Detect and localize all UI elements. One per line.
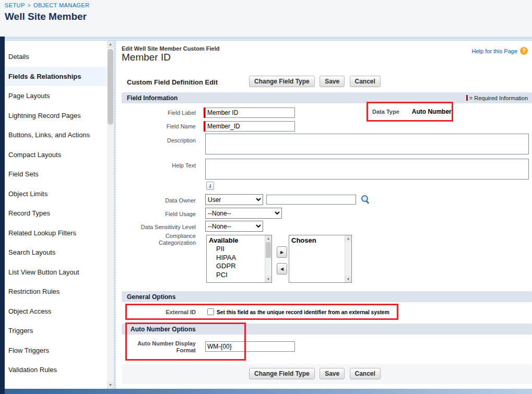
sidebar-scrollbar[interactable]: ▲ ▼ bbox=[107, 41, 114, 389]
auto-number-label-line1: Auto Number Display bbox=[122, 340, 196, 347]
move-right-icon[interactable]: ▶ bbox=[277, 246, 287, 258]
compliance-label-line1: Compliance bbox=[122, 233, 196, 240]
bottom-border-strip bbox=[5, 389, 532, 394]
save-button-bottom[interactable]: Save bbox=[320, 368, 345, 379]
sidebar-item-lightning-record-pages[interactable]: Lightning Record Pages bbox=[5, 106, 107, 126]
compliance-label-line2: Categorization bbox=[122, 240, 196, 246]
chosen-scrollbar[interactable]: ▲ ▼ bbox=[345, 235, 351, 282]
data-sensitivity-label: Data Sensitivity Level bbox=[122, 224, 196, 231]
scroll-down-icon[interactable]: ▼ bbox=[345, 276, 351, 282]
help-text-textarea[interactable] bbox=[205, 159, 529, 180]
form-title: Custom Field Definition Edit bbox=[127, 78, 218, 86]
external-id-text: Set this field as the unique record iden… bbox=[217, 309, 389, 315]
sidebar-item-page-layouts[interactable]: Page Layouts bbox=[5, 86, 107, 106]
sidebar-item-object-limits[interactable]: Object Limits bbox=[5, 184, 107, 204]
sidebar-item-restriction-rules[interactable]: Restriction Rules bbox=[5, 282, 107, 302]
auto-number-display-format-field bbox=[205, 341, 295, 352]
compliance-available-listbox[interactable]: Available PII HIPAA GDPR PCI ▲ ▼ bbox=[206, 235, 272, 283]
scroll-up-icon[interactable]: ▲ bbox=[265, 235, 271, 242]
chosen-header: Chosen bbox=[289, 235, 351, 245]
scroll-up-icon[interactable]: ▲ bbox=[107, 41, 114, 48]
data-owner-label: Data Owner bbox=[122, 197, 196, 204]
breadcrumb-separator: > bbox=[28, 3, 31, 8]
page-type-label: Edit Well Site Member Custom Field bbox=[122, 45, 219, 52]
move-left-icon[interactable]: ◀ bbox=[277, 263, 287, 274]
required-info-legend: = Required Information bbox=[466, 95, 528, 101]
compliance-chosen-listbox[interactable]: Chosen ▲ ▼ bbox=[289, 235, 352, 283]
breadcrumb: SETUP>OBJECT MANAGER bbox=[5, 2, 532, 8]
object-title: Well Site Member bbox=[5, 11, 532, 22]
cancel-button-bottom[interactable]: Cancel bbox=[350, 368, 381, 379]
required-legend-text: = Required Information bbox=[469, 95, 528, 101]
description-textarea[interactable] bbox=[205, 134, 529, 154]
sidebar-item-flow-triggers[interactable]: Flow Triggers bbox=[5, 341, 107, 361]
left-border-strip bbox=[0, 37, 5, 394]
sidebar-item-related-lookup-filters[interactable]: Related Lookup Filters bbox=[5, 223, 107, 243]
help-text-label: Help Text bbox=[122, 162, 196, 169]
data-type-annotation-box: Data Type Auto Number bbox=[367, 102, 453, 122]
auto-number-display-format-input[interactable] bbox=[205, 341, 295, 352]
sidebar-item-details[interactable]: Details bbox=[5, 47, 107, 67]
change-field-type-button[interactable]: Change Field Type bbox=[249, 76, 315, 87]
field-usage-label: Field Usage bbox=[122, 211, 196, 218]
sidebar-item-search-layouts[interactable]: Search Layouts bbox=[5, 243, 107, 262]
sidebar-item-fields-relationships[interactable]: Fields & Relationships bbox=[5, 67, 107, 87]
save-button[interactable]: Save bbox=[320, 76, 345, 87]
available-scrollbar-thumb[interactable] bbox=[266, 242, 271, 258]
help-link[interactable]: Help for this Page bbox=[472, 48, 517, 54]
object-manager-sidebar: Details Fields & Relationships Page Layo… bbox=[5, 41, 107, 389]
custom-field-edit-form: Custom Field Definition Edit Change Fiel… bbox=[122, 74, 532, 385]
page-title: Member ID bbox=[122, 52, 171, 63]
section-auto-number-options: Auto Number Options bbox=[122, 324, 532, 335]
sidebar-item-compact-layouts[interactable]: Compact Layouts bbox=[5, 145, 107, 165]
field-label-label: Field Label bbox=[122, 110, 196, 116]
data-sensitivity-select[interactable]: --None-- bbox=[205, 221, 263, 232]
sidebar-item-list-view-button-layout[interactable]: List View Button Layout bbox=[5, 262, 107, 282]
list-item-pci[interactable]: PCI bbox=[207, 271, 271, 280]
list-item-pii[interactable]: PII bbox=[207, 245, 271, 254]
section-title-auto-number-options: Auto Number Options bbox=[127, 326, 196, 333]
help-link-wrap: Help for this Page ? bbox=[472, 47, 528, 55]
section-general-options: General Options bbox=[122, 291, 532, 302]
scroll-up-icon[interactable]: ▲ bbox=[345, 235, 351, 242]
description-label: Description bbox=[122, 137, 196, 144]
sidebar-item-buttons-links-actions[interactable]: Buttons, Links, and Actions bbox=[5, 125, 107, 145]
required-tick-icon bbox=[466, 95, 468, 101]
help-icon[interactable]: ? bbox=[520, 47, 528, 55]
available-scrollbar[interactable]: ▲ ▼ bbox=[265, 235, 271, 282]
scroll-down-icon[interactable]: ▼ bbox=[107, 381, 114, 389]
scroll-down-icon[interactable]: ▼ bbox=[265, 276, 271, 282]
field-label-input[interactable] bbox=[205, 108, 295, 118]
available-header: Available bbox=[207, 235, 271, 245]
field-label-field bbox=[204, 108, 295, 118]
section-title-field-information: Field Information bbox=[127, 94, 178, 102]
cancel-button[interactable]: Cancel bbox=[350, 76, 381, 87]
data-owner-select[interactable]: User bbox=[205, 194, 263, 205]
main-content: Edit Well Site Member Custom Field Membe… bbox=[116, 41, 532, 389]
sidebar-scrollbar-thumb[interactable] bbox=[108, 49, 113, 125]
field-name-field bbox=[204, 121, 295, 132]
list-item-gdpr[interactable]: GDPR bbox=[207, 262, 271, 271]
data-type-label: Data Type bbox=[372, 109, 399, 115]
field-usage-select[interactable]: --None-- bbox=[205, 208, 282, 219]
list-item-hipaa[interactable]: HIPAA bbox=[207, 254, 271, 262]
sidebar-item-field-sets[interactable]: Field Sets bbox=[5, 164, 107, 184]
sidebar-item-record-types[interactable]: Record Types bbox=[5, 204, 107, 223]
data-type-value: Auto Number bbox=[412, 108, 452, 115]
external-id-checkbox[interactable] bbox=[207, 308, 214, 315]
compliance-label: Compliance Categorization bbox=[122, 233, 196, 246]
info-icon[interactable]: i bbox=[206, 182, 214, 190]
auto-number-display-format-label: Auto Number Display Format bbox=[122, 340, 196, 354]
change-field-type-button-bottom[interactable]: Change Field Type bbox=[249, 368, 315, 379]
breadcrumb-object-manager-link[interactable]: OBJECT MANAGER bbox=[33, 2, 89, 8]
lookup-icon[interactable] bbox=[360, 194, 370, 204]
breadcrumb-setup-link[interactable]: SETUP bbox=[5, 2, 25, 8]
section-title-general-options: General Options bbox=[127, 293, 175, 301]
bottom-button-bar: Change Field Type Save Cancel bbox=[249, 368, 384, 379]
sidebar-item-object-access[interactable]: Object Access bbox=[5, 302, 107, 321]
field-name-input[interactable] bbox=[205, 121, 295, 132]
sidebar-item-triggers[interactable]: Triggers bbox=[5, 321, 107, 341]
sidebar-item-validation-rules[interactable]: Validation Rules bbox=[5, 360, 107, 380]
top-button-bar: Change Field Type Save Cancel bbox=[249, 76, 384, 87]
data-owner-lookup-input[interactable] bbox=[266, 195, 356, 205]
